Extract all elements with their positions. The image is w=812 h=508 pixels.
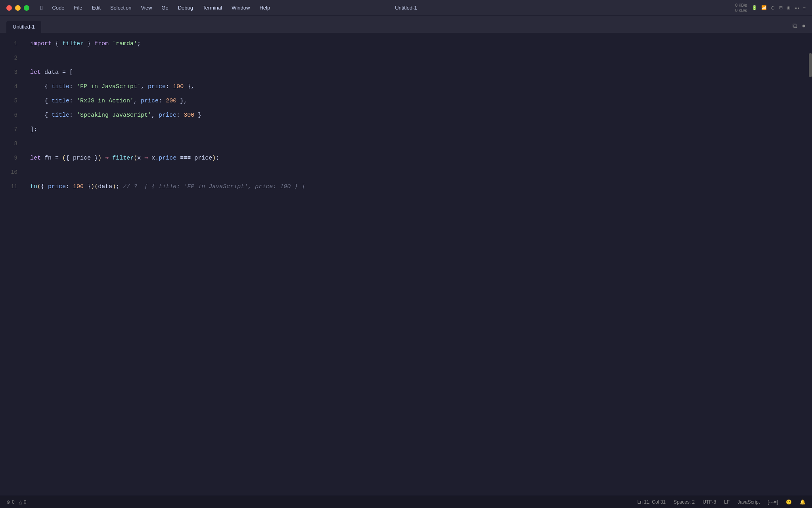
- error-count[interactable]: ⊗ 0 △ 0: [6, 499, 26, 505]
- token: [109, 41, 112, 47]
- token: price: [73, 155, 91, 161]
- token: price: [48, 184, 66, 190]
- line-number-2: 2: [0, 51, 24, 65]
- indentation[interactable]: Spaces: 2: [674, 499, 695, 505]
- code-line-3: let data = [: [24, 65, 812, 79]
- menu-list-icon: ≡: [803, 6, 806, 10]
- token: ];: [30, 127, 37, 133]
- token: .: [155, 155, 159, 161]
- token: {: [30, 84, 52, 90]
- scrollbar[interactable]: [809, 53, 812, 77]
- token: ;: [216, 155, 219, 161]
- token: 100: [173, 84, 184, 90]
- line-number-7: 7: [0, 122, 24, 137]
- code-line-5: { title: 'RxJS in Action', price: 200 },: [24, 94, 812, 108]
- token: 300: [184, 112, 194, 118]
- token: ;: [137, 41, 141, 47]
- tab-untitled1[interactable]: Untitled-1: [6, 21, 41, 33]
- control-center-icon: ⊞: [779, 5, 783, 10]
- network-up: 0 KB/s: [735, 3, 747, 8]
- token: import: [30, 41, 52, 47]
- encoding[interactable]: UTF-8: [703, 499, 716, 505]
- menu-edit[interactable]: Edit: [92, 5, 101, 11]
- token: :: [69, 84, 77, 90]
- line-ending[interactable]: LF: [724, 499, 730, 505]
- status-bar: ⊗ 0 △ 0 Ln 11, Col 31 Spaces: 2 UTF-8 LF…: [0, 495, 812, 508]
- token: x: [137, 155, 141, 161]
- token: price: [159, 112, 176, 118]
- token: }: [84, 184, 91, 190]
- language-mode[interactable]: JavaScript: [737, 499, 760, 505]
- token: {: [30, 98, 52, 104]
- error-number: 0: [12, 499, 15, 505]
- token: filter: [109, 155, 134, 161]
- code-line-11: fn({ price: 100 })(data); // ? [ { title…: [24, 179, 812, 194]
- token: from: [94, 41, 109, 47]
- token: =: [52, 155, 59, 161]
- token: x: [148, 155, 155, 161]
- menu-code[interactable]: Code: [52, 5, 64, 11]
- token: }: [91, 155, 98, 161]
- token: {: [41, 184, 48, 190]
- line-numbers: 1234567891011: [0, 33, 24, 495]
- menu-debug[interactable]: Debug: [178, 5, 193, 11]
- menu-extras: •••: [795, 6, 799, 10]
- bracket-match[interactable]: [---=]: [768, 499, 778, 505]
- token: {: [66, 155, 73, 161]
- token: :: [166, 84, 173, 90]
- token: ;: [116, 184, 123, 190]
- token: price: [159, 155, 176, 161]
- token: fn: [41, 155, 52, 161]
- wifi-icon: 📶: [761, 5, 767, 10]
- menu-file[interactable]: File: [74, 5, 82, 11]
- battery-icon: 🔋: [752, 5, 757, 10]
- system-icons: 🔋 📶 ⏱ ⊞ ◉ ••• ≡: [752, 5, 806, 10]
- token: ≡≡≡: [176, 155, 191, 161]
- statusbar-left: ⊗ 0 △ 0: [6, 499, 26, 505]
- maximize-button[interactable]: [24, 5, 29, 11]
- line-number-1: 1: [0, 37, 24, 51]
- code-line-4: { title: 'FP in JavaScript', price: 100 …: [24, 79, 812, 94]
- network-stats: 0 KB/s 0 KB/s: [735, 3, 747, 13]
- bell-icon[interactable]: 🔔: [800, 499, 806, 505]
- token: :: [159, 98, 166, 104]
- line-number-4: 4: [0, 79, 24, 94]
- token: 'Speaking JavaScript': [77, 112, 151, 118]
- menu-window[interactable]: Window: [232, 5, 250, 11]
- token: ,: [141, 84, 148, 90]
- menu-go[interactable]: Go: [161, 5, 168, 11]
- token: [: [66, 69, 73, 75]
- token: data: [98, 184, 112, 190]
- split-editor-icon[interactable]: ⧉: [793, 22, 797, 30]
- token: },: [176, 98, 187, 104]
- minimize-button[interactable]: [15, 5, 21, 11]
- token: ,: [134, 98, 141, 104]
- menu-help[interactable]: Help: [259, 5, 270, 11]
- line-number-10: 10: [0, 165, 24, 179]
- line-number-3: 3: [0, 65, 24, 79]
- more-actions-icon[interactable]: ●: [802, 23, 806, 30]
- line-number-9: 9: [0, 151, 24, 165]
- token: price: [148, 84, 166, 90]
- token: :: [176, 112, 184, 118]
- smiley-icon[interactable]: 🙂: [786, 499, 792, 505]
- menu-selection[interactable]: Selection: [110, 5, 131, 11]
- line-number-8: 8: [0, 137, 24, 151]
- cursor-position[interactable]: Ln 11, Col 31: [638, 499, 666, 505]
- token: 'FP in JavaScript': [77, 84, 141, 90]
- apple-menu[interactable]: : [40, 4, 42, 11]
- code-line-2: [24, 51, 812, 65]
- token: ): [212, 155, 216, 161]
- token: =: [59, 69, 66, 75]
- code-area[interactable]: import { filter } from 'ramda';let data …: [24, 33, 812, 495]
- line-number-6: 6: [0, 108, 24, 122]
- token: filter: [62, 41, 84, 47]
- close-button[interactable]: [6, 5, 12, 11]
- menu-terminal[interactable]: Terminal: [203, 5, 222, 11]
- token: (: [37, 184, 41, 190]
- token: (: [134, 155, 137, 161]
- token: 100: [73, 184, 84, 190]
- menu-view[interactable]: View: [141, 5, 152, 11]
- token: 200: [166, 98, 176, 104]
- tab-label: Untitled-1: [13, 24, 35, 30]
